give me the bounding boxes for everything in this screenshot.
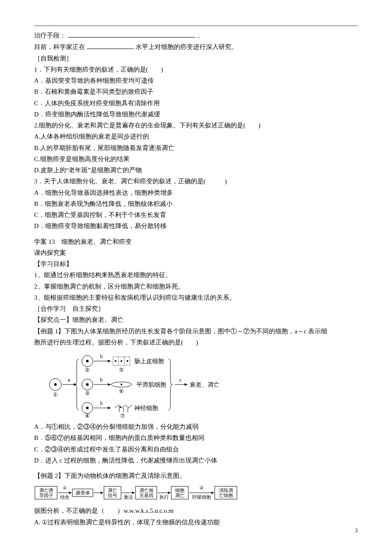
svg-text:③: ③ [85,390,90,396]
ex1-stem-2: 胞所进行的生理过程。据图分析，下类叙述正确的是( ) [34,337,358,348]
svg-text:②: ② [85,367,90,373]
ex1-B: B．⑤⑥⑦的核基因相同，细胞内的蛋白质种类和数量也相同 [34,432,358,443]
fillin-line-2: 目前，科学家正在 水平上对细胞的癌变进行深入研究。 [34,41,358,52]
svg-point-1 [54,383,57,386]
svg-point-6 [86,360,89,362]
ex2-after: 据图分析，不正确的是（ ）w.w.w.k.s.5.u.c.o.m [34,505,358,516]
q2-A: A.人体各种组织细胞的衰老是同步进行的 [34,131,358,142]
svg-text:凋亡: 凋亡 [175,493,184,498]
svg-point-24 [121,360,122,362]
svg-text:关基因: 关基因 [139,493,153,498]
svg-point-32 [119,406,121,408]
q3-stem: 3．关于人体细胞分化、衰老、凋亡和癌变的叙述，正确的是( ) [34,176,358,187]
svg-text:①: ① [63,485,67,490]
svg-text:④: ④ [85,413,90,419]
svg-text:⑤: ⑤ [119,367,124,373]
svg-text:细胞: 细胞 [175,488,184,493]
svg-point-23 [115,360,116,362]
svg-text:衰老、凋亡: 衰老、凋亡 [190,382,219,388]
svg-text:c: c [179,376,182,383]
svg-text:凋亡诱: 凋亡诱 [39,488,53,493]
svg-point-29 [121,384,122,385]
selftest-heading: ［自我检测］ [34,53,358,64]
ex1-D: D．进入 c 过程的细胞，酶活性降低，代谢减慢继而出现凋亡小体 [34,455,358,466]
obj-3: 3、能根据癌细胞的主要特征和发病机理认识到癌症与健康生活的关系。 [34,292,358,303]
q3-B: B．细胞衰老表现为酶活性降低，细胞核体积减小 [34,198,358,209]
svg-text:巨噬细胞: 巨噬细胞 [192,494,211,500]
svg-text:亡细胞: 亡细胞 [219,493,233,498]
q3-D: D．细胞癌变导致细胞黏着性降低，易分散转移 [34,220,358,231]
obj-1: 1、能通过分析细胞结构来熟悉衰老细胞的特征。 [34,269,358,280]
page-number: 2 [355,526,358,535]
svg-text:⑥: ⑥ [119,388,124,394]
svg-text:⑦: ⑦ [120,413,125,419]
q2-B: B.人的早期胚胎有尾，尾部细胞随着发育逐渐凋亡 [34,142,358,153]
svg-point-9 [86,383,89,386]
svg-text:凋亡相: 凋亡相 [139,488,153,493]
ex1-A: A．与①相比，②③④的分裂增殖能力加强，分化能力减弱 [34,421,358,432]
svg-text:②: ② [199,485,204,490]
svg-text:b: b [100,353,103,359]
svg-text:平滑肌细胞: 平滑肌细胞 [136,382,166,388]
blank [87,41,134,49]
xuean-title: 学案 13 细胞的衰老、凋亡和癌变 [34,236,358,247]
svg-text:凋亡: 凋亡 [108,488,117,493]
diagram-apoptosis-flow: 凋亡诱导因子 ① 结合 膜受体 凋亡信号 激活 凋亡相关基因 执行 [34,484,358,503]
svg-text:执行: 执行 [159,494,169,500]
svg-text:b: b [100,400,103,406]
q1-D: D．癌变细胞内酶活性降低导致细胞代谢减缓 [34,109,358,120]
svg-text:b: b [100,377,103,383]
svg-text:肠上皮细胞: 肠上皮细胞 [134,358,164,364]
top-rule [34,26,358,26]
q1-stem: 1．下列有关细胞癌变的叙述，正确的是( ) [34,64,358,75]
svg-text:导因子: 导因子 [39,493,53,498]
svg-text:结合: 结合 [60,494,69,500]
q2-C: C.细胞癌变是细胞高度分化的结果 [34,153,358,165]
q2-stem: 2.细胞的分化、衰老和凋亡是普遍存在的生命现象。下列有关叙述正确的是( ) [34,120,358,131]
svg-text:清除凋: 清除凋 [219,488,233,493]
ex1-stem-1: 【例题 1】下图为人体某细胞所经历的生长发育各个阶段示意图，图中①～⑦为不同的细… [34,326,358,337]
q1-C: C．人体的免疫系统对癌变细胞具有清除作用 [34,98,358,109]
topic1-head: 【探究点一】细胞的衰老、凋亡 [34,314,358,325]
q3-A: A．细胞分化导致基因选择性表达，细胞种类增多 [34,187,358,198]
ex2-stem: 【例题 2】下面为动物机体的细胞凋亡及清除示意图。 [34,470,358,481]
ex2-A: A. ①过程表明细胞凋亡是特异性的，体现了生物膜的信息传递功能 [34,517,358,528]
q2-D: D.皮肤上的“老年斑”是细胞凋亡的产物 [34,165,358,176]
text: 。 [197,32,204,39]
xuean-sub: 课内探究案 [34,247,358,258]
svg-text:膜受体: 膜受体 [76,490,90,495]
fillin-line-1: 治疗手段： 。 [34,29,358,41]
ex1-C: C．②③④的形成过程中发生了基因分离和自由组合 [34,444,358,455]
svg-point-12 [86,407,89,409]
q3-C: C．细胞凋亡受基因控制，不利于个体生长发育 [34,209,358,220]
svg-text:a: a [68,376,70,383]
obj-head: 【学习目标】 [34,258,358,269]
svg-text:①: ① [53,391,58,398]
coop-head: ［合作学习 自主探究］ [34,303,358,314]
diagram-cell-stages: ① a ② ③ ④ b b [47,350,358,419]
svg-text:信号: 信号 [108,493,117,498]
text: 水平上对细胞的癌变进行深入研究。 [135,43,238,50]
q1-B: B．石棉和黄曲霉素是不同类型的致癌因子 [34,86,358,97]
svg-text:神经细胞: 神经细胞 [134,405,158,411]
text: 目前，科学家正在 [34,43,85,50]
svg-text:激活: 激活 [124,494,133,500]
q1-A: A．基因突变导致的各种细胞癌变均可遗传 [34,75,358,86]
obj-2: 2、掌握细胞凋亡的机制，区分细胞凋亡和细胞坏死。 [34,281,358,292]
text: 治疗手段： [34,32,66,39]
blank [68,29,196,38]
svg-point-25 [127,360,128,362]
